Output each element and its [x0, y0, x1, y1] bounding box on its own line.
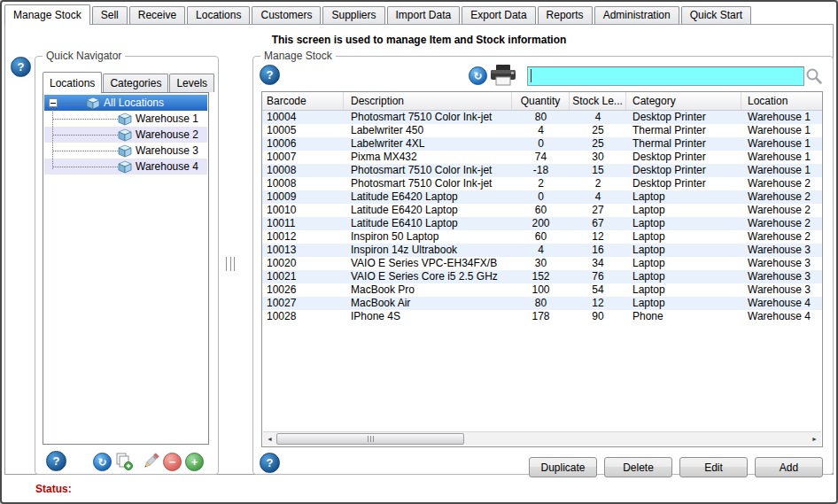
manage-stock-group: Manage Stock ? ↻ BarcodeDescriptionQuant…: [252, 56, 834, 475]
add-button[interactable]: Add: [755, 457, 823, 477]
tree-item-label: Warehouse 2: [136, 128, 198, 141]
manage-stock-page: This screen is used to manage Item and S…: [4, 24, 834, 475]
help-icon-screen[interactable]: ?: [11, 57, 31, 77]
tree-item-label: Warehouse 3: [136, 144, 198, 157]
tab-receive[interactable]: Receive: [129, 6, 185, 24]
action-buttons: DuplicateDeleteEditAdd: [253, 57, 833, 474]
add-item-icon[interactable]: +: [185, 453, 204, 471]
tree-children: Warehouse 1Warehouse 2Warehouse 3Warehou…: [44, 111, 207, 174]
tree-connector-vertical: [52, 106, 53, 169]
app-window: Manage StockSellReceiveLocationsCustomer…: [0, 0, 838, 504]
tab-manage-stock[interactable]: Manage Stock: [4, 4, 90, 25]
tree-connector: [58, 103, 86, 104]
tree-connector: [53, 151, 118, 151]
quick-navigator-tabs: LocationsCategoriesLevels: [43, 71, 215, 92]
tree-item-warehouse-3[interactable]: Warehouse 3: [44, 143, 207, 159]
status-label: Status:: [35, 483, 72, 495]
tree-item-warehouse-2[interactable]: Warehouse 2: [44, 127, 207, 143]
delete-button[interactable]: Delete: [604, 457, 672, 477]
location-cube-icon: [118, 160, 132, 176]
tree-item-label: Warehouse 1: [136, 112, 198, 125]
tab-locations[interactable]: Locations: [187, 6, 250, 24]
edit-item-icon[interactable]: [141, 452, 160, 471]
tree-item-all-locations[interactable]: All Locations: [44, 95, 207, 111]
quick-navigator-group: Quick Navigator LocationsCategoriesLevel…: [35, 56, 219, 475]
navtab-categories[interactable]: Categories: [103, 74, 168, 92]
refresh-icon-navigator[interactable]: ↻: [93, 453, 112, 471]
quick-navigator-title: Quick Navigator: [43, 50, 125, 62]
tab-quick-start[interactable]: Quick Start: [681, 6, 751, 24]
remove-item-icon[interactable]: −: [163, 453, 182, 471]
tab-bar: Manage StockSellReceiveLocationsCustomer…: [4, 4, 834, 24]
splitter-handle[interactable]: [226, 257, 235, 271]
minus-glyph: [50, 103, 56, 104]
tree-expander-icon[interactable]: [49, 98, 58, 107]
tab-customers[interactable]: Customers: [252, 6, 321, 24]
tree-connector: [53, 119, 118, 120]
screen-description: This screen is used to manage Item and S…: [5, 34, 833, 46]
tree-item-warehouse-1[interactable]: Warehouse 1: [44, 111, 207, 127]
tree-item-label: Warehouse 4: [136, 160, 198, 173]
edit-button[interactable]: Edit: [679, 457, 748, 477]
tab-export-data[interactable]: Export Data: [462, 6, 535, 24]
tab-administration[interactable]: Administration: [594, 6, 679, 24]
help-icon-navigator[interactable]: ?: [46, 451, 66, 471]
tree-rows-container: All Locations Warehouse 1Warehouse 2Ware…: [44, 95, 207, 174]
tree-item-warehouse-4[interactable]: Warehouse 4: [44, 159, 207, 174]
location-tree: All Locations Warehouse 1Warehouse 2Ware…: [43, 92, 209, 445]
tree-connector: [53, 135, 118, 136]
duplicate-button[interactable]: Duplicate: [529, 457, 597, 477]
duplicate-item-icon[interactable]: [114, 452, 134, 471]
tree-connector: [53, 167, 118, 167]
tab-suppliers[interactable]: Suppliers: [322, 6, 384, 24]
navtab-locations[interactable]: Locations: [43, 72, 102, 93]
tab-sell[interactable]: Sell: [92, 6, 128, 24]
tree-item-label: All Locations: [104, 97, 164, 109]
navtab-levels[interactable]: Levels: [169, 74, 214, 92]
tab-import-data[interactable]: Import Data: [387, 6, 461, 24]
tab-reports[interactable]: Reports: [538, 6, 593, 24]
